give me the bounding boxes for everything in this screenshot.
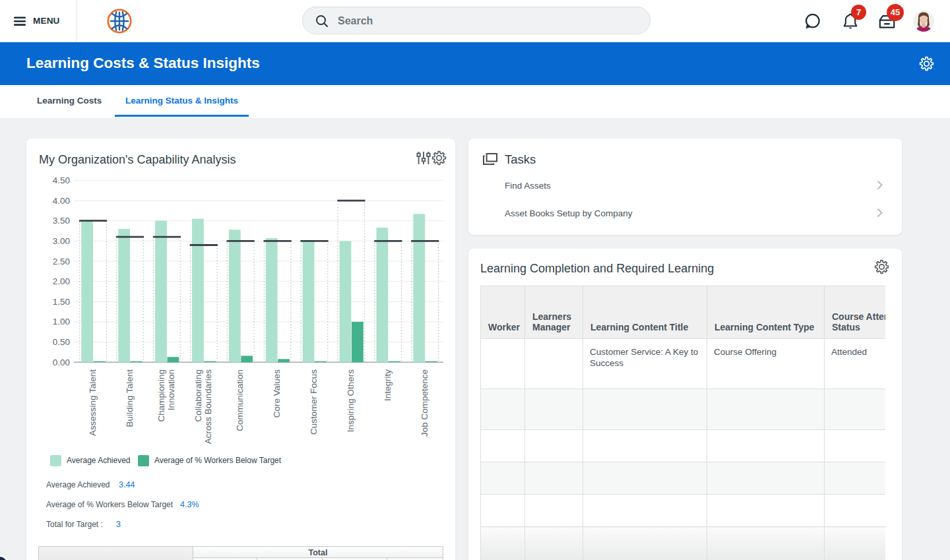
svg-text:ChampioningInnovation: ChampioningInnovation [156,369,177,422]
svg-text:Job Competence: Job Competence [420,369,429,437]
svg-text:Integrity: Integrity [383,369,393,401]
svg-text:3.50: 3.50 [53,216,70,226]
svg-text:2.50: 2.50 [53,257,70,266]
svg-text:4.50: 4.50 [53,175,70,185]
svg-text:Inspiring Others: Inspiring Others [346,369,356,433]
svg-text:1.00: 1.00 [53,317,70,327]
svg-text:Core Values: Core Values [272,369,282,418]
svg-text:0.50: 0.50 [53,337,70,347]
svg-text:Communication: Communication [235,369,245,431]
svg-text:3.00: 3.00 [53,236,70,246]
svg-text:Building Talent: Building Talent [125,369,135,427]
svg-text:0.00: 0.00 [53,358,70,367]
svg-text:Customer Focus: Customer Focus [309,369,319,435]
svg-text:Assessing Talent: Assessing Talent [88,369,98,436]
svg-text:4.00: 4.00 [53,196,70,206]
svg-text:CollaboratingAcross Boundaries: CollaboratingAcross Boundaries [193,369,214,445]
svg-text:2.00: 2.00 [53,276,70,286]
svg-text:1.50: 1.50 [53,297,70,307]
